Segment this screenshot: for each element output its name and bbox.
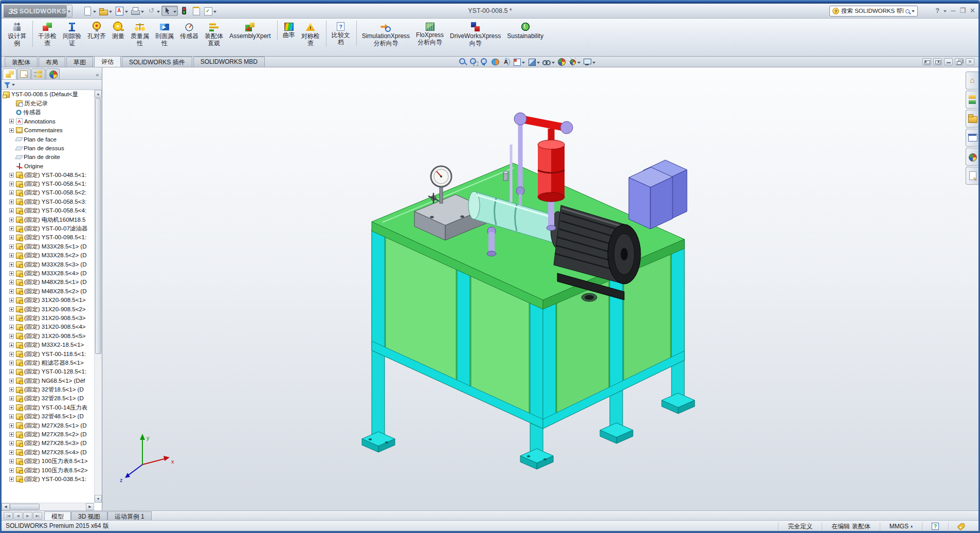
- tree-item[interactable]: (固定) M27X28.5<2> (D: [2, 430, 94, 439]
- expander-icon[interactable]: [9, 190, 14, 195]
- expander-icon[interactable]: [9, 369, 14, 374]
- view-tool-button[interactable]: [527, 57, 540, 66]
- tree-item[interactable]: (固定) 32管48.5<1> (D: [2, 412, 94, 421]
- expander-icon[interactable]: [9, 244, 14, 249]
- help-dropdown-icon[interactable]: [943, 10, 947, 14]
- expander-icon[interactable]: [9, 271, 14, 276]
- document-bottom-tab[interactable]: 模型: [44, 511, 71, 520]
- graphics-area[interactable]: y x z: [102, 67, 978, 510]
- chevron-down-icon[interactable]: [157, 11, 160, 14]
- qat-button[interactable]: [178, 6, 190, 15]
- qat-button[interactable]: [161, 6, 178, 16]
- command-tab[interactable]: 评估: [94, 56, 121, 67]
- expander-icon[interactable]: [9, 423, 14, 428]
- tree-item[interactable]: (固定) 31X20-908.5<4>: [2, 323, 94, 331]
- command-tab[interactable]: 装配体: [5, 57, 38, 67]
- chevron-down-icon[interactable]: [125, 11, 128, 14]
- tab-nav-arrow[interactable]: |◀: [4, 512, 13, 520]
- tree-item[interactable]: (固定) M27X28.5<3> (D: [2, 439, 94, 448]
- solidworks-logo[interactable]: ЗS SOLIDWORKS: [4, 5, 66, 17]
- chevron-down-icon[interactable]: [109, 11, 112, 14]
- expander-icon[interactable]: [9, 280, 14, 285]
- tree-item[interactable]: (固定) YST-00-098.5<1:: [2, 233, 94, 242]
- ribbon-button[interactable]: 装配体 直观: [202, 21, 226, 47]
- view-tool-button[interactable]: [568, 57, 581, 66]
- scroll-up-icon[interactable]: ▲: [95, 90, 102, 98]
- view-tool-button[interactable]: [469, 57, 478, 66]
- tree-item[interactable]: (固定) M33X28.5<2> (D: [2, 251, 94, 260]
- tree-item[interactable]: Annotations: [2, 117, 94, 126]
- chevron-down-icon[interactable]: [93, 11, 96, 14]
- tab-nav-arrow[interactable]: ◀: [13, 512, 23, 520]
- tree-item[interactable]: 传感器: [2, 108, 94, 117]
- tree-item[interactable]: Plan de face: [2, 135, 94, 144]
- expander-icon[interactable]: [9, 352, 14, 357]
- tree-item[interactable]: Origine: [2, 162, 94, 170]
- ribbon-button[interactable]: DriveWorksXpress 向导: [447, 21, 504, 47]
- ribbon-button[interactable]: SimulationXpress 分析向导: [359, 21, 413, 47]
- view-tool-button[interactable]: [583, 57, 596, 66]
- expander-icon[interactable]: [9, 379, 14, 383]
- tree-item[interactable]: (固定) YST-00-058.5<4:: [2, 206, 94, 215]
- expander-icon[interactable]: [9, 387, 14, 392]
- ribbon-button[interactable]: 设计算 例: [5, 21, 33, 47]
- tree-root-item[interactable]: YST-00-008.5 (Défaut<显: [2, 90, 94, 99]
- command-tab[interactable]: 草图: [66, 57, 93, 67]
- expander-icon[interactable]: [9, 450, 14, 455]
- filter-icon[interactable]: [4, 81, 11, 88]
- command-tab[interactable]: 布局: [39, 57, 65, 67]
- tree-item[interactable]: (固定) 32管18.5<1> (D: [2, 385, 94, 394]
- ribbon-button[interactable]: 质量属 性: [128, 21, 152, 47]
- scroll-down-icon[interactable]: ▼: [95, 495, 102, 503]
- ribbon-button[interactable]: 间隙验 证: [60, 21, 84, 47]
- ribbon-button[interactable]: 剖面属 性: [152, 21, 177, 47]
- search-input[interactable]: [841, 8, 903, 14]
- tab-nav-arrow[interactable]: ▶|: [33, 512, 42, 520]
- tree-item[interactable]: (固定) NG68.5<1> (Déf: [2, 377, 94, 385]
- tree-item[interactable]: (固定) M33X2-18.5<1>: [2, 341, 94, 349]
- qat-button[interactable]: [114, 6, 129, 15]
- tree-item[interactable]: (固定) 31X20-908.5<3>: [2, 314, 94, 323]
- chevron-down-icon[interactable]: [173, 11, 176, 14]
- scrollbar-thumb[interactable]: [95, 98, 101, 354]
- expander-icon[interactable]: [9, 477, 14, 482]
- chevron-down-icon[interactable]: [592, 62, 595, 65]
- scrollbar-thumb[interactable]: [10, 504, 40, 510]
- tree-item[interactable]: (固定) M27X28.5<1> (D: [2, 421, 94, 430]
- view-tool-button[interactable]: [501, 57, 511, 66]
- tree-item[interactable]: (固定) YST-00-058.5<3:: [2, 198, 94, 206]
- tree-item[interactable]: (固定) 31X20-908.5<5>: [2, 332, 94, 341]
- tree-horizontal-scrollbar[interactable]: ◀ ▶: [2, 503, 94, 510]
- ribbon-button[interactable]: 干涉检 查: [35, 21, 60, 47]
- expander-icon[interactable]: [9, 396, 14, 401]
- tree-item[interactable]: (固定) M33X28.5<3> (D: [2, 260, 94, 269]
- expander-icon[interactable]: [9, 468, 14, 473]
- tree-item[interactable]: (固定) YST-00-058.5<2:: [2, 188, 94, 197]
- document-bottom-tab[interactable]: 运动算例 1: [107, 511, 152, 520]
- chevron-down-icon[interactable]: [552, 62, 555, 65]
- tree-item[interactable]: (固定) YST-00-14压力表: [2, 403, 94, 412]
- assembly-model[interactable]: y x z: [102, 67, 978, 510]
- task-pane-tab[interactable]: [966, 72, 978, 90]
- expander-icon[interactable]: [9, 307, 14, 312]
- qat-button[interactable]: [82, 6, 97, 15]
- tree-item[interactable]: (固定) YST-00-058.5<1:: [2, 180, 94, 188]
- tree-item[interactable]: (固定) 粗滤芯器8.5<1>: [2, 359, 94, 367]
- ribbon-button[interactable]: FloXpress 分析向导: [413, 21, 447, 46]
- view-tool-button[interactable]: [512, 57, 525, 66]
- ribbon-button[interactable]: 孔对齐: [84, 21, 109, 40]
- expander-icon[interactable]: [9, 235, 14, 240]
- search-icon[interactable]: [905, 9, 910, 13]
- expander-icon[interactable]: [9, 218, 14, 222]
- status-tags[interactable]: [948, 522, 974, 530]
- ribbon-button[interactable]: 比较文 档: [329, 21, 357, 46]
- tree-item[interactable]: (固定) M48X28.5<1> (D: [2, 278, 94, 287]
- panel-tab[interactable]: [17, 68, 31, 79]
- tree-item[interactable]: (固定) M27X28.5<4> (D: [2, 448, 94, 457]
- model-breather-cap[interactable]: [503, 171, 509, 181]
- qat-button[interactable]: [190, 6, 202, 15]
- expander-icon[interactable]: [9, 298, 14, 303]
- tab-nav-arrow[interactable]: ▶: [23, 512, 32, 520]
- tree-item[interactable]: Commentaires: [2, 126, 94, 135]
- scroll-left-icon[interactable]: ◀: [2, 503, 10, 510]
